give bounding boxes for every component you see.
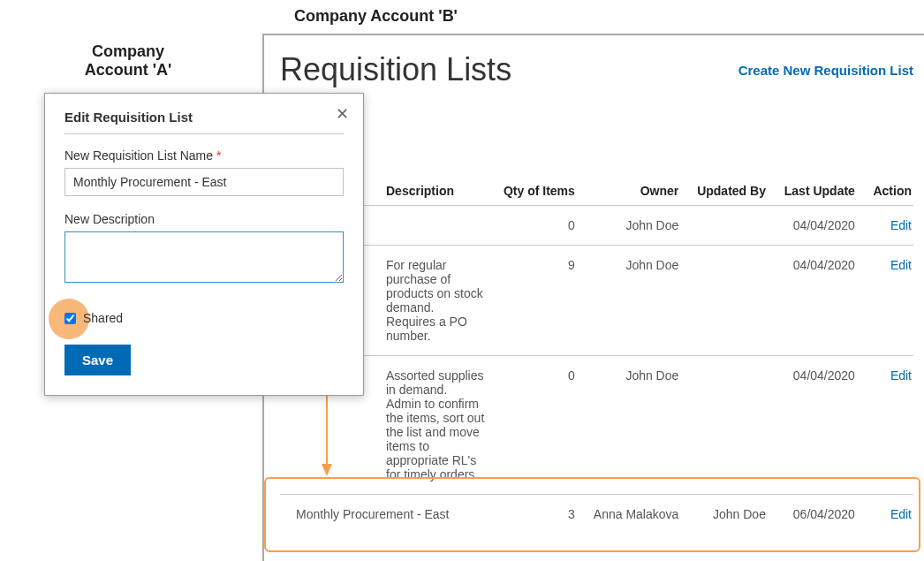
- cell-last-update: 04/04/2020: [775, 356, 864, 495]
- cell-qty: 3: [494, 495, 584, 534]
- edit-requisition-list-dialog: ✕ Edit Requisition List New Requisition …: [44, 93, 364, 396]
- cell-qty: 0: [494, 206, 584, 246]
- cell-owner: John Doe: [584, 246, 688, 356]
- col-header-qty: Qty of Items: [494, 177, 584, 206]
- required-asterisk: *: [216, 148, 221, 163]
- dialog-title: Edit Requisition List: [64, 110, 344, 134]
- cell-owner: John Doe: [584, 356, 688, 495]
- cell-last-update: 04/04/2020: [775, 246, 864, 356]
- cell-updated-by: John Doe: [687, 495, 775, 534]
- edit-link[interactable]: Edit: [890, 258, 912, 272]
- edit-link[interactable]: Edit: [890, 507, 912, 521]
- table-row-highlighted: Monthly Procurement - East 3 Anna Malako…: [280, 495, 913, 534]
- table-row: 0 John Doe 04/04/2020 Edit: [280, 206, 913, 246]
- cell-owner: John Doe: [584, 206, 688, 246]
- shared-label: Shared: [83, 311, 123, 325]
- cell-updated-by: [687, 356, 775, 495]
- cell-description: Monthly Procurement - East: [280, 495, 494, 534]
- requisition-lists-table: Description Qty of Items Owner Updated B…: [280, 177, 913, 534]
- edit-link[interactable]: Edit: [890, 368, 912, 383]
- edit-link[interactable]: Edit: [890, 218, 912, 232]
- table-row: For regular purchase of products on stoc…: [280, 246, 913, 356]
- col-header-last-update: Last Update: [775, 177, 864, 206]
- cell-last-update: 06/04/2020: [775, 495, 864, 534]
- name-label: New Requisition List Name*: [64, 148, 344, 163]
- close-icon[interactable]: ✕: [336, 106, 349, 122]
- requisition-list-name-input[interactable]: [64, 168, 344, 196]
- company-b-label: Company Account 'B': [294, 7, 458, 26]
- col-header-owner: Owner: [584, 177, 688, 206]
- cell-updated-by: [687, 246, 775, 356]
- page-title: Requisition Lists: [280, 51, 511, 88]
- company-a-label: Company Account 'A': [71, 42, 186, 80]
- requisition-list-description-input[interactable]: [64, 231, 344, 283]
- save-button[interactable]: Save: [64, 345, 131, 375]
- create-requisition-list-link[interactable]: Create New Requisition List: [738, 63, 913, 78]
- cell-qty: 9: [494, 246, 584, 356]
- cell-qty: 0: [494, 356, 584, 495]
- col-header-action: Action: [864, 177, 913, 206]
- col-header-updated-by: Updated By: [687, 177, 775, 206]
- description-label: New Description: [64, 212, 344, 226]
- cell-updated-by: [687, 206, 775, 246]
- table-row: Assorted supplies in demand. Admin to co…: [280, 356, 913, 495]
- cell-owner: Anna Malakova: [584, 495, 688, 534]
- cell-last-update: 04/04/2020: [775, 206, 864, 246]
- shared-checkbox[interactable]: [64, 313, 76, 324]
